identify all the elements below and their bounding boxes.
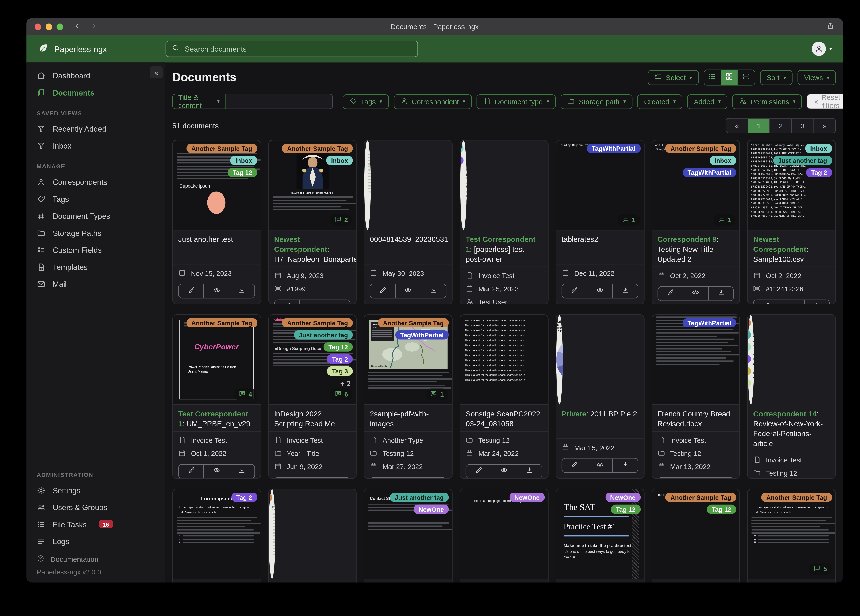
document-card[interactable]: This is a test for the double space char… <box>460 314 549 479</box>
filter-added-button[interactable]: Added▾ <box>687 94 727 109</box>
view-list-button[interactable] <box>704 70 720 85</box>
tag-badge[interactable]: NewOne <box>414 505 449 514</box>
card-thumbnail[interactable]: Review ofof Arbitral Awards shows swift … <box>748 315 754 405</box>
download-button[interactable] <box>612 284 638 298</box>
tag-badge[interactable]: Another Sample Tag <box>282 144 353 153</box>
edit-button[interactable] <box>754 300 778 305</box>
card-title[interactable]: [paperless] test post-owner <box>466 245 524 263</box>
filter-document-type-button[interactable]: Document type▾ <box>477 94 556 109</box>
share-icon[interactable] <box>826 22 834 31</box>
pagination-next[interactable]: » <box>813 119 835 133</box>
card-title[interactable]: tablerates2 <box>562 235 598 244</box>
pagination-page-2[interactable]: 2 <box>769 119 791 133</box>
tag-badge[interactable]: Another Sample Tag <box>748 318 751 327</box>
document-card[interactable]: Country,Region/State,City,Region…TagWith… <box>556 140 644 305</box>
card-title[interactable]: French Country Bread Revised.docx <box>658 410 730 428</box>
tag-badge[interactable]: TagWithPartial <box>587 144 640 153</box>
card-title[interactable]: InDesign 2022 Scripting Read Me <box>274 410 335 428</box>
brand[interactable]: Paperless-ngx <box>38 42 165 55</box>
minimize-button[interactable] <box>46 23 52 30</box>
sidebar-item-users-groups[interactable]: Users & Groups <box>26 499 165 515</box>
tag-badge[interactable]: Inbox <box>709 156 736 165</box>
comment-count-badge[interactable]: 1 <box>713 214 736 226</box>
card-title[interactable]: Sonstige ScanPC2022 03-24_081058 <box>466 410 540 428</box>
download-button[interactable] <box>516 465 542 478</box>
tag-badge[interactable]: Just another tag <box>748 330 751 340</box>
user-menu[interactable]: ▾ <box>811 42 832 56</box>
tag-badge[interactable]: Inbox <box>805 144 832 153</box>
zoom-button[interactable] <box>56 23 63 30</box>
tag-badge[interactable]: Tag 2 <box>806 168 832 177</box>
tag-badge[interactable]: TagWithPartial <box>395 330 449 340</box>
views-button[interactable]: Views▾ <box>797 70 836 85</box>
document-card[interactable]: Serial Number,Company Name,Employ… 97881… <box>747 140 836 305</box>
comment-count-badge[interactable]: 4 <box>234 388 257 400</box>
correspondent-link[interactable]: Private <box>562 410 586 418</box>
document-card[interactable]: TagWithPartialFrench Country Bread Revis… <box>651 314 740 479</box>
edit-button[interactable] <box>658 287 683 300</box>
comment-count-badge[interactable]: 6 <box>330 388 352 400</box>
sidebar-item-settings[interactable]: Settings <box>26 482 165 499</box>
search-box[interactable] <box>166 41 418 57</box>
tag-badge[interactable]: Inbox <box>230 156 257 165</box>
download-button[interactable] <box>612 459 638 472</box>
card-thumbnail[interactable]: Lorem ipsumLorem ipsum dolor sit amet, c… <box>748 489 835 579</box>
tag-badge[interactable]: Just another tag <box>390 492 449 502</box>
sidebar-item-document-types[interactable]: Document Types <box>26 207 165 224</box>
card-thumbnail[interactable]: Lorem ipsumLorem ipsum dolor sit amet, c… <box>173 489 260 579</box>
download-button[interactable] <box>421 284 446 298</box>
tag-badge[interactable]: Inbox <box>460 144 464 153</box>
document-card[interactable]: Patient BP Distribution 2011Private: 201… <box>556 314 644 479</box>
sidebar-item-correspondents[interactable]: Correspondents <box>26 173 165 190</box>
select-button[interactable]: Select▾ <box>648 70 699 85</box>
tag-badge[interactable]: Tag 222 <box>748 366 751 376</box>
card-thumbnail[interactable]: This is a testAnother Sample TagTag 12 <box>652 489 739 579</box>
tag-badge[interactable]: Inbox <box>326 156 353 165</box>
document-card[interactable]: one,1.0 five,5.0Another Sample TagInboxT… <box>651 140 740 305</box>
comment-count-badge[interactable]: 2 <box>330 214 352 226</box>
correspondent-link[interactable]: Correspondent 14 <box>753 410 816 418</box>
correspondent-link[interactable]: Newest Correspondent <box>274 235 327 253</box>
view-button[interactable] <box>587 284 612 298</box>
card-title[interactable]: 0004814539_20230531 <box>370 235 448 244</box>
comment-count-badge[interactable]: 1 <box>618 214 640 226</box>
tag-badge[interactable]: Another Sample Tag <box>665 144 736 153</box>
sort-button[interactable]: Sort▾ <box>760 70 793 85</box>
edit-button[interactable] <box>370 478 395 479</box>
tag-badge[interactable]: Another Sample Tag <box>378 318 449 327</box>
card-thumbnail[interactable]: CyberPowerPowerPanel® Business EditionUs… <box>173 315 260 405</box>
document-card[interactable]: This is a multi page document. Page 1.Ne… <box>460 489 549 583</box>
view-button[interactable] <box>300 478 325 479</box>
card-title[interactable]: UM_PPBE_en_v29 <box>187 420 250 428</box>
card-thumbnail[interactable]: Contact Sheet DemoJust another tagNewOne <box>364 489 452 579</box>
view-button[interactable] <box>683 478 708 479</box>
card-thumbnail[interactable]: This is a multi page document. Page 1.Ne… <box>460 489 548 579</box>
tag-badge[interactable]: Tag 12 <box>228 168 257 177</box>
document-card[interactable]: BANK OF SCOTLAND0004814539_20230531May 3… <box>364 140 452 305</box>
download-button[interactable] <box>229 284 254 298</box>
edit-button[interactable] <box>179 284 204 298</box>
document-card[interactable]: Boundary Waters TripGoogle EarthAnother … <box>364 314 452 479</box>
document-card[interactable]: Test NameAnother Sample Tag <box>268 489 357 583</box>
sidebar-item-dashboard[interactable]: Dashboard <box>26 67 165 84</box>
sidebar-item-storage-paths[interactable]: Storage Paths <box>26 225 165 241</box>
card-thumbnail[interactable]: Serial Number,Company Name,Employ… 97881… <box>748 140 835 230</box>
sidebar-item-custom-fields[interactable]: Custom Fields <box>26 241 165 258</box>
tag-badge[interactable]: TagWithPartial <box>683 318 736 327</box>
filter-permissions-button[interactable]: Permissions▾ <box>732 94 802 109</box>
tag-badge[interactable]: Partial Tag <box>748 342 751 352</box>
tag-badge[interactable]: Tag 12 <box>323 342 353 352</box>
tag-badge[interactable]: Tag 2 <box>460 156 464 165</box>
tag-badge[interactable]: TagWithPartial <box>683 168 736 177</box>
filter-storage-path-button[interactable]: Storage path▾ <box>561 94 632 109</box>
filter-correspondent-button[interactable]: Correspondent▾ <box>394 94 472 109</box>
tag-badge[interactable]: Another Sample Tag <box>268 492 272 502</box>
document-card[interactable]: This is a testAnother Sample TagTag 12 <box>651 489 740 583</box>
edit-button[interactable] <box>562 284 587 298</box>
tag-badge[interactable]: Tag 2 <box>748 355 751 364</box>
document-card[interactable]: Review ofof Arbitral Awards shows swift … <box>747 314 836 479</box>
view-button[interactable] <box>204 284 229 298</box>
download-button[interactable] <box>421 478 446 479</box>
collapse-sidebar-button[interactable]: « <box>150 66 163 79</box>
view-detail-button[interactable] <box>738 70 754 85</box>
